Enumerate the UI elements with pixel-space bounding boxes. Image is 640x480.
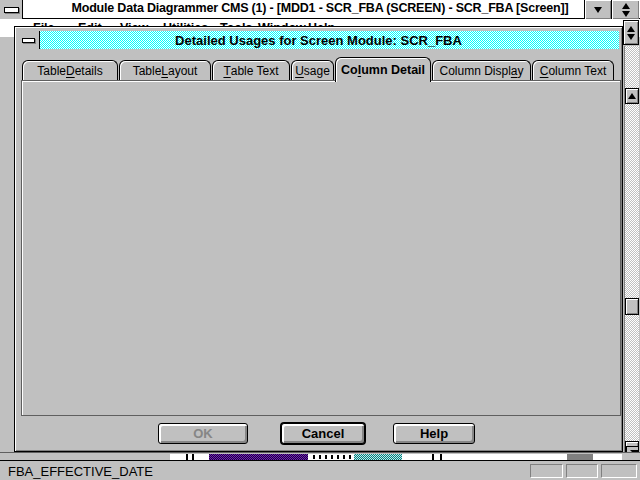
main-window-title: Module Data Diagrammer CMS (1) - [MDD1 -… [0,1,640,15]
status-bar: FBA_EFFECTIVE_DATE [0,460,640,480]
column-detail-panel [21,80,621,416]
dialog-title: Detailed Usages for Screen Module: SCR_F… [18,33,619,48]
tab-table-layout[interactable]: Table Layout [119,60,211,80]
scrollbar-thumb[interactable] [625,298,639,315]
diagram-sliver [0,452,640,460]
ok-button[interactable]: OK [158,423,248,444]
vertical-scrollbar[interactable] [624,46,639,458]
minimize-icon [594,7,602,13]
scroll-up-icon [628,93,636,99]
tab-table-details[interactable]: Table Details [22,60,118,80]
scroll-up-button[interactable] [625,88,639,104]
status-panel [566,464,598,478]
cancel-button[interactable]: Cancel [281,423,365,444]
tab-table-text[interactable]: Table Text [212,60,290,80]
help-button[interactable]: Help [393,423,475,444]
tab-column-text[interactable]: Column Text [532,60,614,80]
diagram-text-specks [313,455,351,459]
status-panel [530,464,563,478]
tab-usage[interactable]: Usage [291,60,334,80]
main-titlebar: Module Data Diagrammer CMS (1) - [MDD1 -… [0,0,640,19]
document-restore-icon [627,26,635,40]
restore-button[interactable] [611,0,639,19]
detailed-usages-dialog: Detailed Usages for Screen Module: SCR_F… [14,26,623,452]
tab-column-detail[interactable]: Column Detail [335,57,431,82]
tab-column-display[interactable]: Column Display [432,60,531,80]
screen: Module Data Diagrammer CMS (1) - [MDD1 -… [0,0,640,480]
restore-icon [622,3,630,17]
minimize-button[interactable] [584,0,611,19]
dialog-titlebar: Detailed Usages for Screen Module: SCR_F… [18,31,619,49]
document-restore-button[interactable] [623,20,639,45]
status-panel [601,464,637,478]
status-text: FBA_EFFECTIVE_DATE [8,464,153,479]
